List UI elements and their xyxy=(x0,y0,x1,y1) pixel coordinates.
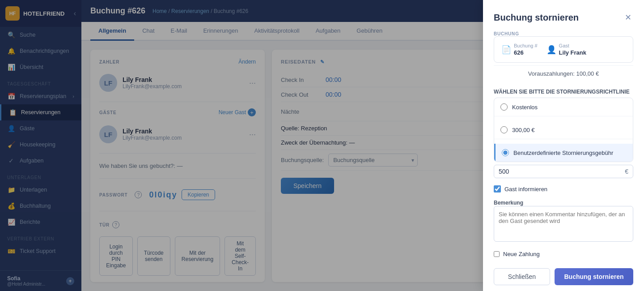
gast-modal-value: Lily Frank xyxy=(559,49,586,56)
storno-section: WÄHLEN SIE BITTE DIE STORNIERUNGSRICHTLI… xyxy=(494,89,633,178)
gast-modal-label: Gast xyxy=(559,43,586,48)
stornieren-button[interactable]: Buchung stornieren xyxy=(555,268,633,285)
person-icon: 👤 xyxy=(547,45,556,55)
neue-zahlung-checkbox[interactable] xyxy=(494,251,500,257)
bemerkung-textarea[interactable] xyxy=(494,206,633,242)
buchung-section-label: BUCHUNG xyxy=(494,31,633,36)
gast-block: Gast Lily Frank xyxy=(559,43,586,56)
modal-close-button[interactable]: ✕ xyxy=(623,11,633,24)
buchung-num-block: Buchung # 626 xyxy=(514,43,538,56)
fee-currency-symbol: € xyxy=(625,168,628,175)
gast-informieren-label: Gast informieren xyxy=(504,186,547,193)
radio-benutzerdefiniert-label: Benutzerdefinierte Stornierungsgebühr xyxy=(513,150,613,156)
buchung-num-value: 626 xyxy=(514,49,538,56)
doc-icon-block: 📄 Buchung # 626 xyxy=(501,43,538,56)
buchung-section: BUCHUNG 📄 Buchung # 626 👤 Gast Lily Fran… xyxy=(494,31,633,81)
modal-header: Buchung stornieren ✕ xyxy=(494,11,633,24)
modal-title: Buchung stornieren xyxy=(494,13,623,23)
radio-benutzerdefiniert[interactable]: Benutzerdefinierte Stornierungsgebühr xyxy=(494,144,633,162)
radio-kostenlos-input[interactable] xyxy=(500,103,508,111)
radio-300-label: 300,00 € xyxy=(512,127,535,133)
storno-radio-group: Kostenlos 300,00 € Benutzerdefinierte St… xyxy=(494,98,633,162)
neue-zahlung-label: Neue Zahlung xyxy=(503,251,540,257)
document-icon: 📄 xyxy=(501,45,511,55)
radio-300[interactable]: 300,00 € xyxy=(494,121,633,139)
gast-informieren-row: Gast informieren xyxy=(494,185,633,193)
modal-footer: Schließen Buchung stornieren xyxy=(494,265,633,285)
modal-overlay[interactable]: Buchung stornieren ✕ BUCHUNG 📄 Buchung #… xyxy=(0,0,644,291)
gast-icon-block: 👤 Gast Lily Frank xyxy=(547,43,586,56)
vorauszahlungen-info: Vorauszahlungen: 100,00 € xyxy=(494,65,633,81)
bemerkung-section: Bemerkung xyxy=(494,200,633,244)
radio-kostenlos-label: Kostenlos xyxy=(512,104,538,111)
storno-label: WÄHLEN SIE BITTE DIE STORNIERUNGSRICHTLI… xyxy=(494,89,633,95)
radio-benutzerdefiniert-input[interactable] xyxy=(502,149,509,156)
radio-kostenlos[interactable]: Kostenlos xyxy=(494,98,633,116)
custom-fee-row: € xyxy=(494,165,633,178)
custom-fee-field[interactable] xyxy=(499,168,622,175)
bemerkung-label: Bemerkung xyxy=(494,200,633,206)
buchung-info-card: 📄 Buchung # 626 👤 Gast Lily Frank xyxy=(494,36,633,63)
radio-300-input[interactable] xyxy=(500,126,508,133)
neue-zahlung-row: Neue Zahlung xyxy=(494,251,633,257)
schliessen-button[interactable]: Schließen xyxy=(494,268,550,285)
buchung-num-label: Buchung # xyxy=(514,43,538,48)
gast-informieren-checkbox[interactable] xyxy=(494,185,501,193)
stornieren-modal: Buchung stornieren ✕ BUCHUNG 📄 Buchung #… xyxy=(483,0,644,291)
